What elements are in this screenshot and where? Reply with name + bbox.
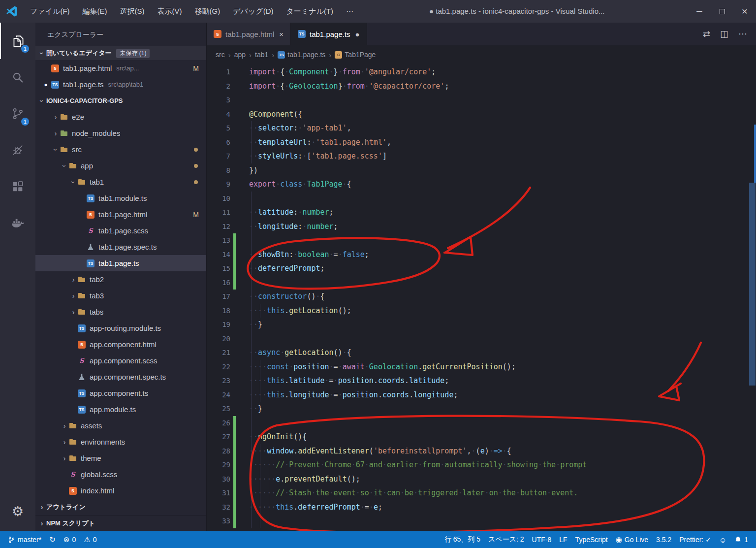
tree-item-app.module.ts[interactable]: TSapp.module.ts bbox=[35, 401, 206, 418]
encoding[interactable]: UTF-8 bbox=[528, 531, 556, 548]
code-line[interactable]: 23····this.latitude·=·position.coords.la… bbox=[207, 374, 756, 388]
menu-item[interactable]: 編集(E) bbox=[76, 0, 114, 23]
maximize-button[interactable] bbox=[711, 0, 733, 23]
tree-item-environments[interactable]: ›environments bbox=[35, 434, 206, 450]
code-line[interactable]: 19··} bbox=[207, 318, 756, 332]
code-line[interactable]: 16 bbox=[207, 276, 756, 290]
code-line[interactable]: 10 bbox=[207, 192, 756, 206]
project-header[interactable]: › IONIC4-CAPACITOR-GPS bbox=[35, 93, 206, 109]
code-line[interactable]: 11··latitude:·number; bbox=[207, 205, 756, 220]
activity-explorer[interactable]: 1 bbox=[0, 23, 35, 59]
menu-item[interactable]: 表示(V) bbox=[151, 0, 189, 23]
code-line[interactable]: 27··ngOnInit(){ bbox=[207, 430, 756, 444]
tab-tab1.page.ts[interactable]: TStab1.page.ts● bbox=[291, 23, 367, 45]
breadcrumb-tab1[interactable]: tab1 bbox=[255, 51, 268, 59]
code-line[interactable]: 12··longitude:·number; bbox=[207, 220, 756, 234]
version[interactable]: 3.5.2 bbox=[652, 531, 675, 548]
cursor-position[interactable]: 行 65、列 5 bbox=[441, 531, 484, 548]
code-line[interactable]: 3 bbox=[207, 93, 756, 107]
minimize-button[interactable]: ─ bbox=[688, 0, 711, 23]
more-actions-icon[interactable]: ⋯ bbox=[738, 29, 747, 39]
code-line[interactable]: 4@Component({ bbox=[207, 107, 756, 122]
language[interactable]: TypeScript bbox=[571, 531, 612, 548]
tree-item-app.component.ts[interactable]: TSapp.component.ts bbox=[35, 385, 206, 401]
code-line[interactable]: 33 bbox=[207, 514, 756, 528]
feedback[interactable]: ☺ bbox=[715, 531, 730, 548]
sync[interactable]: ↻ bbox=[45, 531, 60, 548]
code-line[interactable]: 5··selector:·'app-tab1', bbox=[207, 121, 756, 135]
open-changes-icon[interactable]: ⇄ bbox=[703, 29, 710, 39]
tree-item-app[interactable]: ›app bbox=[35, 158, 206, 174]
tree-item-node_modules[interactable]: ›node_modules bbox=[35, 125, 206, 141]
tree-item-src[interactable]: ›src bbox=[35, 141, 206, 158]
tree-item-app-routing.module.ts[interactable]: TSapp-routing.module.ts bbox=[35, 320, 206, 336]
tree-item-tab1[interactable]: ›tab1 bbox=[35, 174, 206, 190]
code-line[interactable]: 17··constructor()·{ bbox=[207, 290, 756, 304]
tree-item-index.html[interactable]: 5index.html bbox=[35, 483, 206, 499]
code-editor[interactable]: 1import·{·Component·}·from·'@angular/cor… bbox=[207, 64, 756, 531]
notifications[interactable]: 1 bbox=[730, 531, 752, 548]
code-line[interactable]: 20 bbox=[207, 332, 756, 346]
code-line[interactable]: 7··styleUrls:·['tab1.page.scss'] bbox=[207, 149, 756, 163]
menu-item[interactable]: ターミナル(T) bbox=[280, 0, 340, 23]
tree-item-tab3[interactable]: ›tab3 bbox=[35, 288, 206, 304]
code-line[interactable]: 1import·{·Component·}·from·'@angular/cor… bbox=[207, 65, 756, 79]
errors[interactable]: ⊗0 bbox=[60, 531, 80, 548]
tree-item-assets[interactable]: ›assets bbox=[35, 418, 206, 434]
code-line[interactable]: 8}) bbox=[207, 163, 756, 178]
menu-item[interactable]: デバッグ(D) bbox=[226, 0, 280, 23]
code-line[interactable]: 24····this.longitude·=·position.coords.l… bbox=[207, 388, 756, 402]
activity-docker[interactable] bbox=[0, 205, 35, 241]
code-line[interactable]: 28····window.addEventListener('beforeins… bbox=[207, 444, 756, 458]
open-editor-tab1.page.html[interactable]: 5tab1.page.htmlsrc\ap...M bbox=[35, 60, 206, 76]
eol[interactable]: LF bbox=[555, 531, 571, 548]
code-line[interactable]: 6··templateUrl:·'tab1.page.html', bbox=[207, 135, 756, 150]
git-branch[interactable]: master* bbox=[4, 531, 45, 548]
settings-gear-icon[interactable]: ⚙ bbox=[0, 497, 35, 526]
code-line[interactable]: 9export·class·Tab1Page·{ bbox=[207, 177, 756, 192]
code-line[interactable]: 21··async·getLocation()·{ bbox=[207, 346, 756, 360]
activity-source-control[interactable]: 1 bbox=[0, 96, 35, 132]
breadcrumb-src[interactable]: src bbox=[216, 51, 225, 59]
tree-item-app.component.html[interactable]: 5app.component.html bbox=[35, 336, 206, 353]
indentation[interactable]: スペース: 2 bbox=[484, 531, 528, 548]
tree-item-tab1.page.scss[interactable]: Stab1.page.scss bbox=[35, 223, 206, 239]
code-line[interactable]: 2import·{·Geolocation}·from·'@capacitor/… bbox=[207, 79, 756, 94]
open-editor-tab1.page.ts[interactable]: ●TStab1.page.tssrc\app\tab1 bbox=[35, 76, 206, 93]
tab-tab1.page.html[interactable]: 5tab1.page.html× bbox=[207, 23, 291, 45]
breadcrumb-Tab1Page[interactable]: CTab1Page bbox=[335, 51, 376, 59]
code-line[interactable]: 30······e.preventDefault(); bbox=[207, 472, 756, 486]
tree-item-global.scss[interactable]: Sglobal.scss bbox=[35, 466, 206, 483]
close-icon[interactable]: × bbox=[279, 30, 284, 38]
tree-item-theme[interactable]: ›theme bbox=[35, 450, 206, 466]
code-line[interactable]: 13 bbox=[207, 233, 756, 248]
activity-extensions[interactable] bbox=[0, 168, 35, 205]
tree-item-tabs[interactable]: ›tabs bbox=[35, 304, 206, 320]
code-line[interactable]: 25··} bbox=[207, 402, 756, 416]
tree-item-tab1.page.spec.ts[interactable]: tab1.page.spec.ts bbox=[35, 239, 206, 255]
tree-item-app.component.spec.ts[interactable]: app.component.spec.ts bbox=[35, 369, 206, 385]
warnings[interactable]: ⚠0 bbox=[80, 531, 100, 548]
menu-item[interactable]: ファイル(F) bbox=[24, 0, 76, 23]
tree-item-tab1.module.ts[interactable]: TStab1.module.ts bbox=[35, 190, 206, 206]
code-line[interactable]: 26 bbox=[207, 416, 756, 430]
breadcrumb-app[interactable]: app bbox=[234, 51, 246, 59]
code-line[interactable]: 18····this.getLocation(); bbox=[207, 304, 756, 318]
tree-item-e2e[interactable]: ›e2e bbox=[35, 109, 206, 125]
menu-item[interactable]: ⋯ bbox=[340, 0, 360, 23]
tree-item-tab1.page.html[interactable]: 5tab1.page.htmlM bbox=[35, 206, 206, 223]
tree-item-app.component.scss[interactable]: Sapp.component.scss bbox=[35, 353, 206, 369]
split-editor-icon[interactable]: ◫ bbox=[720, 29, 728, 39]
scrollbar-thumb[interactable] bbox=[749, 183, 756, 386]
activity-debug[interactable] bbox=[0, 132, 35, 168]
section-アウトライン[interactable]: ›アウトライン bbox=[35, 499, 206, 515]
breadcrumb-tab1.page.ts[interactable]: TStab1.page.ts bbox=[278, 51, 325, 59]
activity-search[interactable] bbox=[0, 59, 35, 96]
menu-item[interactable]: 移動(G) bbox=[189, 0, 227, 23]
code-line[interactable]: 22····const·position·=·await·Geolocation… bbox=[207, 360, 756, 374]
tree-item-tab1.page.ts[interactable]: TStab1.page.ts bbox=[35, 255, 206, 271]
menu-item[interactable]: 選択(S) bbox=[114, 0, 151, 23]
tree-item-tab2[interactable]: ›tab2 bbox=[35, 271, 206, 288]
unsaved-dot[interactable]: ● bbox=[355, 30, 360, 38]
code-line[interactable]: 32······this.deferredPrompt·=·e; bbox=[207, 500, 756, 515]
